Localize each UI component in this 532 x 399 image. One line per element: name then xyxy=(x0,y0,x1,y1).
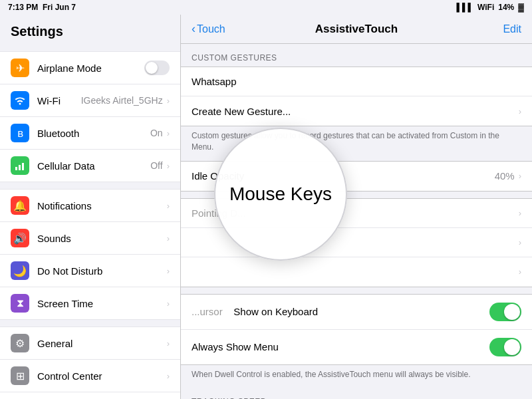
custom-gestures-note: Custom gestures allow you to record gest… xyxy=(181,126,532,161)
wifi-icon: WiFi xyxy=(477,3,494,12)
idle-opacity-chevron: › xyxy=(519,171,521,181)
menu-rows-group: Pointing D... › › › xyxy=(181,198,532,287)
cursor-section: ...ursor Show on Keyboard Always Show Me… xyxy=(181,294,532,388)
sounds-icon: 🔊 xyxy=(11,229,29,247)
edit-button[interactable]: Edit xyxy=(503,23,521,35)
right-panel: ‹ Touch AssistiveTouch Edit CUSTOM GESTU… xyxy=(181,15,532,399)
pointing-device-row[interactable]: Pointing D... › xyxy=(181,199,532,228)
sidebar-item-general[interactable]: ⚙ General › xyxy=(0,327,180,360)
sidebar-item-cellular[interactable]: Cellular Data Off › xyxy=(0,150,180,182)
back-chevron-icon: ‹ xyxy=(192,22,196,36)
show-on-keyboard-row[interactable]: ...ursor Show on Keyboard xyxy=(181,295,532,330)
custom-gestures-group: Whatsapp Create New Gesture... › xyxy=(181,66,532,126)
sidebar-title: Settings xyxy=(0,15,180,45)
sidebar-group-3: ⚙ General › ⊞ Control Center › ☀ Display… xyxy=(0,327,180,399)
sidebar-item-bluetooth[interactable]: ʙ Bluetooth On › xyxy=(0,117,180,150)
sidebar-item-airplane[interactable]: ✈ Airplane Mode xyxy=(0,51,180,84)
dnd-icon: 🌙 xyxy=(11,261,29,280)
always-show-note: When Dwell Control is enabled, the Assis… xyxy=(181,365,532,388)
notifications-icon: 🔔 xyxy=(11,196,29,215)
signal-icon: ▌▌▌ xyxy=(456,3,473,12)
sidebar-item-screen-time[interactable]: ⧗ Screen Time › xyxy=(0,287,180,320)
idle-opacity-row[interactable]: Idle Opacity 40% › xyxy=(181,162,532,191)
status-bar: 7:13 PM Fri Jun 7 ▌▌▌ WiFi 14% ▓ xyxy=(0,0,532,15)
general-icon: ⚙ xyxy=(11,334,29,352)
status-time: 7:13 PM Fri Jun 7 xyxy=(8,3,76,12)
svg-rect-1 xyxy=(19,165,21,170)
sidebar-item-notifications[interactable]: 🔔 Notifications › xyxy=(0,189,180,222)
screen-time-icon: ⧗ xyxy=(11,294,29,313)
airplane-toggle[interactable] xyxy=(144,61,170,75)
sidebar-item-display[interactable]: ☀ Display & Brightness › xyxy=(0,392,180,399)
wifi-chevron: › xyxy=(167,96,170,106)
main-content: Settings ✈ Airplane Mode Wi-Fi IGeeks Ai… xyxy=(0,15,532,399)
cellular-icon xyxy=(11,156,29,175)
airplane-icon: ✈ xyxy=(11,59,29,77)
bluetooth-chevron: › xyxy=(167,128,170,138)
battery-label: 14% xyxy=(498,3,514,12)
show-keyboard-toggle[interactable] xyxy=(489,303,521,321)
sidebar-item-wifi[interactable]: Wi-Fi IGeeks Airtel_5GHz › xyxy=(0,84,180,117)
create-gesture-row[interactable]: Create New Gesture... › xyxy=(181,96,532,126)
svg-rect-0 xyxy=(15,167,17,170)
back-button[interactable]: ‹ Touch xyxy=(192,22,225,36)
create-gesture-chevron: › xyxy=(519,106,521,116)
whatsapp-row[interactable]: Whatsapp xyxy=(181,67,532,96)
panel-title: AssistiveTouch xyxy=(315,23,398,36)
sidebar-group-2: 🔔 Notifications › 🔊 Sounds › 🌙 Do Not Di… xyxy=(0,189,180,320)
always-show-menu-row[interactable]: Always Show Menu xyxy=(181,330,532,364)
sidebar-item-dnd[interactable]: 🌙 Do Not Disturb › xyxy=(0,255,180,287)
svg-rect-2 xyxy=(22,163,24,170)
sidebar-item-sounds[interactable]: 🔊 Sounds › xyxy=(0,222,180,255)
sidebar: Settings ✈ Airplane Mode Wi-Fi IGeeks Ai… xyxy=(0,15,181,399)
custom-gestures-header: CUSTOM GESTURES xyxy=(181,44,532,66)
status-icons: ▌▌▌ WiFi 14% ▓ xyxy=(456,3,524,12)
row-2[interactable]: › xyxy=(181,228,532,257)
row-3[interactable]: › xyxy=(181,257,532,287)
cellular-chevron: › xyxy=(167,161,170,171)
sidebar-group-1: ✈ Airplane Mode Wi-Fi IGeeks Airtel_5GHz… xyxy=(0,51,180,182)
bluetooth-icon: ʙ xyxy=(11,124,29,142)
wifi-setting-icon xyxy=(11,91,29,110)
control-center-icon: ⊞ xyxy=(11,366,29,385)
always-show-menu-toggle[interactable] xyxy=(489,338,521,356)
right-header: ‹ Touch AssistiveTouch Edit xyxy=(181,15,532,44)
battery-icon: ▓ xyxy=(518,3,524,12)
idle-opacity-group: Idle Opacity 40% › xyxy=(181,161,532,192)
tracking-speed-header: TRACKING SPEED xyxy=(181,388,532,399)
sidebar-item-control-center[interactable]: ⊞ Control Center › xyxy=(0,360,180,392)
cursor-group: ...ursor Show on Keyboard Always Show Me… xyxy=(181,294,532,365)
menu-items-group-wrapper: Pointing D... › › › xyxy=(181,198,532,287)
tracking-speed-section: TRACKING SPEED 🐢 🐇 xyxy=(181,388,532,399)
